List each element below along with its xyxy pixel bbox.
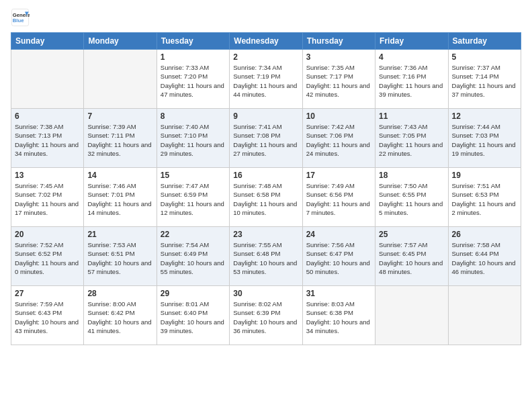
day-number: 28	[87, 289, 152, 298]
day-number: 7	[87, 111, 152, 121]
day-info: Sunrise: 7:50 AM Sunset: 6:55 PM Dayligh…	[379, 181, 444, 217]
cal-cell: 13Sunrise: 7:45 AM Sunset: 7:02 PM Dayli…	[11, 168, 84, 227]
logo: General Blue	[11, 8, 30, 27]
day-number: 3	[306, 52, 371, 62]
day-info: Sunrise: 7:48 AM Sunset: 6:58 PM Dayligh…	[233, 181, 298, 217]
day-number: 20	[15, 230, 80, 239]
cal-cell: 3Sunrise: 7:35 AM Sunset: 7:17 PM Daylig…	[302, 50, 375, 109]
day-number: 23	[233, 230, 298, 239]
day-number: 17	[306, 171, 371, 180]
cal-cell: 7Sunrise: 7:39 AM Sunset: 7:11 PM Daylig…	[84, 109, 157, 168]
day-info: Sunrise: 7:51 AM Sunset: 6:53 PM Dayligh…	[452, 181, 517, 217]
day-info: Sunrise: 7:46 AM Sunset: 7:01 PM Dayligh…	[87, 181, 152, 217]
header: General Blue	[11, 8, 521, 27]
day-header-monday: Monday	[84, 33, 157, 50]
day-number: 25	[379, 230, 444, 239]
cal-cell: 19Sunrise: 7:51 AM Sunset: 6:53 PM Dayli…	[448, 168, 521, 227]
cal-cell: 18Sunrise: 7:50 AM Sunset: 6:55 PM Dayli…	[375, 168, 448, 227]
day-number: 14	[87, 171, 152, 180]
calendar-week-5: 27Sunrise: 7:59 AM Sunset: 6:43 PM Dayli…	[11, 286, 521, 345]
cal-cell: 31Sunrise: 8:03 AM Sunset: 6:38 PM Dayli…	[302, 286, 375, 345]
cal-cell: 15Sunrise: 7:47 AM Sunset: 6:59 PM Dayli…	[157, 168, 229, 227]
day-info: Sunrise: 7:40 AM Sunset: 7:10 PM Dayligh…	[161, 122, 226, 158]
cal-cell: 4Sunrise: 7:36 AM Sunset: 7:16 PM Daylig…	[375, 50, 448, 109]
day-number: 22	[161, 230, 226, 239]
calendar-week-1: 1Sunrise: 7:33 AM Sunset: 7:20 PM Daylig…	[11, 50, 521, 109]
cal-cell: 10Sunrise: 7:42 AM Sunset: 7:06 PM Dayli…	[302, 109, 375, 168]
cal-cell: 14Sunrise: 7:46 AM Sunset: 7:01 PM Dayli…	[84, 168, 157, 227]
cal-cell: 17Sunrise: 7:49 AM Sunset: 6:56 PM Dayli…	[302, 168, 375, 227]
cal-cell: 22Sunrise: 7:54 AM Sunset: 6:49 PM Dayli…	[157, 227, 229, 286]
day-number: 19	[452, 171, 517, 180]
svg-text:Blue: Blue	[13, 17, 24, 24]
day-info: Sunrise: 7:49 AM Sunset: 6:56 PM Dayligh…	[306, 181, 371, 217]
calendar-table: SundayMondayTuesdayWednesdayThursdayFrid…	[11, 32, 521, 345]
cal-cell: 9Sunrise: 7:41 AM Sunset: 7:08 PM Daylig…	[230, 109, 302, 168]
day-number: 13	[15, 171, 80, 180]
day-info: Sunrise: 7:42 AM Sunset: 7:06 PM Dayligh…	[306, 122, 371, 158]
day-info: Sunrise: 7:56 AM Sunset: 6:47 PM Dayligh…	[306, 240, 371, 276]
cal-cell: 21Sunrise: 7:53 AM Sunset: 6:51 PM Dayli…	[84, 227, 157, 286]
day-header-friday: Friday	[375, 33, 448, 50]
cal-cell	[84, 50, 157, 109]
day-info: Sunrise: 7:58 AM Sunset: 6:44 PM Dayligh…	[452, 240, 517, 276]
day-number: 5	[452, 52, 517, 62]
day-header-wednesday: Wednesday	[230, 33, 302, 50]
cal-cell: 26Sunrise: 7:58 AM Sunset: 6:44 PM Dayli…	[448, 227, 521, 286]
day-info: Sunrise: 7:55 AM Sunset: 6:48 PM Dayligh…	[233, 240, 298, 276]
cal-cell: 20Sunrise: 7:52 AM Sunset: 6:52 PM Dayli…	[11, 227, 84, 286]
cal-cell	[448, 286, 521, 345]
day-info: Sunrise: 7:52 AM Sunset: 6:52 PM Dayligh…	[15, 240, 80, 276]
cal-cell: 8Sunrise: 7:40 AM Sunset: 7:10 PM Daylig…	[157, 109, 229, 168]
day-number: 30	[233, 289, 298, 298]
day-info: Sunrise: 7:34 AM Sunset: 7:19 PM Dayligh…	[233, 63, 298, 99]
day-info: Sunrise: 7:54 AM Sunset: 6:49 PM Dayligh…	[161, 240, 226, 276]
day-info: Sunrise: 7:59 AM Sunset: 6:43 PM Dayligh…	[15, 300, 80, 335]
day-number: 8	[161, 111, 226, 121]
day-number: 24	[306, 230, 371, 239]
day-number: 6	[15, 111, 80, 121]
day-number: 21	[87, 230, 152, 239]
page-container: General Blue SundayMondayTuesdayWednesda…	[0, 0, 532, 351]
calendar-week-2: 6Sunrise: 7:38 AM Sunset: 7:13 PM Daylig…	[11, 109, 521, 168]
day-info: Sunrise: 7:41 AM Sunset: 7:08 PM Dayligh…	[233, 122, 298, 158]
day-info: Sunrise: 8:03 AM Sunset: 6:38 PM Dayligh…	[306, 300, 371, 335]
day-number: 2	[233, 52, 298, 62]
day-number: 10	[306, 111, 371, 121]
day-number: 11	[379, 111, 444, 121]
cal-cell: 2Sunrise: 7:34 AM Sunset: 7:19 PM Daylig…	[230, 50, 302, 109]
calendar-week-4: 20Sunrise: 7:52 AM Sunset: 6:52 PM Dayli…	[11, 227, 521, 286]
day-number: 4	[379, 52, 444, 62]
day-number: 26	[452, 230, 517, 239]
cal-cell: 6Sunrise: 7:38 AM Sunset: 7:13 PM Daylig…	[11, 109, 84, 168]
day-info: Sunrise: 7:37 AM Sunset: 7:14 PM Dayligh…	[452, 63, 517, 99]
cal-cell: 24Sunrise: 7:56 AM Sunset: 6:47 PM Dayli…	[302, 227, 375, 286]
day-info: Sunrise: 7:35 AM Sunset: 7:17 PM Dayligh…	[306, 63, 371, 99]
day-info: Sunrise: 7:45 AM Sunset: 7:02 PM Dayligh…	[15, 181, 80, 217]
cal-cell: 30Sunrise: 8:02 AM Sunset: 6:39 PM Dayli…	[230, 286, 302, 345]
day-info: Sunrise: 7:39 AM Sunset: 7:11 PM Dayligh…	[87, 122, 152, 158]
day-info: Sunrise: 7:57 AM Sunset: 6:45 PM Dayligh…	[379, 240, 444, 276]
day-header-tuesday: Tuesday	[157, 33, 229, 50]
day-number: 1	[161, 52, 226, 62]
day-number: 16	[233, 171, 298, 180]
day-header-saturday: Saturday	[448, 33, 521, 50]
cal-cell	[375, 286, 448, 345]
day-number: 29	[161, 289, 226, 298]
day-number: 12	[452, 111, 517, 121]
day-number: 27	[15, 289, 80, 298]
cal-cell: 23Sunrise: 7:55 AM Sunset: 6:48 PM Dayli…	[230, 227, 302, 286]
cal-cell: 1Sunrise: 7:33 AM Sunset: 7:20 PM Daylig…	[157, 50, 229, 109]
day-info: Sunrise: 7:38 AM Sunset: 7:13 PM Dayligh…	[15, 122, 80, 158]
day-info: Sunrise: 7:47 AM Sunset: 6:59 PM Dayligh…	[161, 181, 226, 217]
day-info: Sunrise: 8:00 AM Sunset: 6:42 PM Dayligh…	[87, 300, 152, 335]
cal-cell: 25Sunrise: 7:57 AM Sunset: 6:45 PM Dayli…	[375, 227, 448, 286]
day-header-thursday: Thursday	[302, 33, 375, 50]
cal-cell: 29Sunrise: 8:01 AM Sunset: 6:40 PM Dayli…	[157, 286, 229, 345]
cal-cell: 5Sunrise: 7:37 AM Sunset: 7:14 PM Daylig…	[448, 50, 521, 109]
day-number: 31	[306, 289, 371, 298]
header-row: SundayMondayTuesdayWednesdayThursdayFrid…	[11, 33, 521, 50]
day-info: Sunrise: 8:02 AM Sunset: 6:39 PM Dayligh…	[233, 300, 298, 335]
cal-cell: 28Sunrise: 8:00 AM Sunset: 6:42 PM Dayli…	[84, 286, 157, 345]
calendar-week-3: 13Sunrise: 7:45 AM Sunset: 7:02 PM Dayli…	[11, 168, 521, 227]
